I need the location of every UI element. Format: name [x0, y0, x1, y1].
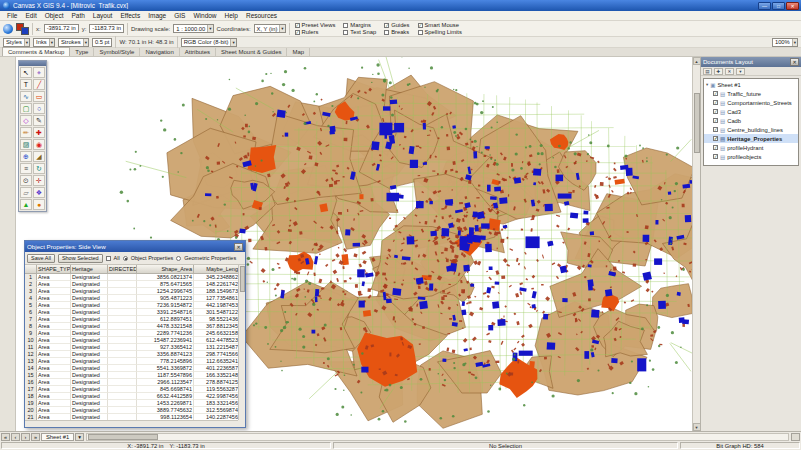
table-row[interactable]: 20AreaDesignated3889.7745632312.5569874	[25, 407, 238, 414]
color-mode-dropdown[interactable]: RGB Color (8-bit) ▾	[181, 38, 237, 47]
last-sheet-button[interactable]: »	[31, 433, 40, 441]
vertical-scroll-thumb[interactable]	[694, 93, 700, 153]
square-tool[interactable]: ▢	[20, 103, 32, 114]
select-tool[interactable]: ↖	[20, 67, 32, 78]
curve-tool[interactable]: ∿	[20, 91, 32, 102]
table-row[interactable]: 11AreaDesignated927.3365412131.2215487	[25, 344, 238, 351]
toggle-guides[interactable]: ✓Guides	[384, 22, 409, 28]
tab-map[interactable]: Map	[287, 48, 310, 56]
show-selected-button[interactable]: Show Selected	[58, 254, 103, 263]
menu-resources[interactable]: Resources	[242, 11, 281, 20]
tree-root[interactable]: ▾▣Sheet #1	[704, 80, 798, 89]
menu-object[interactable]: Object	[41, 11, 68, 20]
lasso-tool[interactable]: ⌖	[33, 67, 45, 78]
layer-cad3[interactable]: ✓▤Cad3	[704, 107, 798, 116]
x-coordinate-field[interactable]: -3891.72 in	[44, 24, 79, 33]
layer-checkbox[interactable]: ✓	[713, 145, 718, 150]
pen-tool[interactable]: ✎	[33, 115, 45, 126]
layer-checkbox[interactable]: ✓	[713, 109, 718, 114]
table-row[interactable]: 18AreaDesignated6632.4412589422.9987456	[25, 393, 238, 400]
toggle-smart-mouse[interactable]: ✓Smart Mouse	[418, 22, 462, 28]
y-coordinate-field[interactable]: -1183.73 in	[89, 24, 124, 33]
column-header-maybe-leng[interactable]: Maybe_Leng	[194, 265, 238, 274]
table-row[interactable]: 10AreaDesignated15487.2236941612.4478523	[25, 337, 238, 344]
styles-dropdown[interactable]: Styles ▾	[3, 38, 30, 47]
polygon-tool[interactable]: ◇	[20, 115, 32, 126]
rectangle-tool[interactable]: ▭	[33, 91, 45, 102]
layer-checkbox[interactable]: ✓	[713, 91, 718, 96]
inks-dropdown[interactable]: Inks ▾	[33, 38, 55, 47]
layer-checkbox[interactable]: ✓	[713, 118, 718, 123]
rotate-tool[interactable]: ↻	[33, 163, 45, 174]
op-vertical-scrollbar[interactable]	[238, 265, 245, 420]
tab-sheet-mount-guides[interactable]: Sheet Mount & Guides	[216, 48, 287, 56]
table-row[interactable]: 12AreaDesignated3356.8874123298.7741566	[25, 351, 238, 358]
first-sheet-button[interactable]: «	[1, 433, 10, 441]
dot-tool[interactable]: ●	[33, 199, 45, 210]
map-canvas[interactable]: ▲ ▼ ↖⌖T╱∿▭▢○◇✎✏✚▨◉⊕◢≡↻⊙✛▱❖▲● Object Prop…	[16, 57, 700, 431]
maximize-button[interactable]: □	[772, 2, 785, 10]
pencil-tool[interactable]: ✏	[20, 127, 32, 138]
zoom-dropdown[interactable]: 100% ▾	[772, 38, 798, 47]
table-row[interactable]: 5AreaDesignated7236.9154872442.1987453	[25, 302, 238, 309]
scroll-down-icon[interactable]: ▼	[693, 423, 701, 431]
tab-attributes[interactable]: Attributes	[180, 48, 216, 56]
toggle-margins[interactable]: Margins	[343, 22, 376, 28]
horizontal-scroll-thumb[interactable]	[88, 434, 158, 440]
toggle-preset-views[interactable]: ✓Preset Views	[295, 22, 336, 28]
table-row[interactable]: 19AreaDesignated1453.2269871183.3321456	[25, 400, 238, 407]
close-button[interactable]: ✕	[786, 2, 799, 10]
object-properties-close-icon[interactable]: ✕	[234, 243, 243, 251]
layer-options-icon[interactable]: ▾	[736, 68, 745, 75]
layer-centre-building-lines[interactable]: ✓▤Centre_building_lines	[704, 125, 798, 134]
add-layer-icon[interactable]: ✚	[714, 68, 723, 75]
table-row[interactable]: 15AreaDesignated1187.5547896166.3352148	[25, 372, 238, 379]
column-header-shape-area[interactable]: Shape_Area	[137, 265, 194, 274]
table-row[interactable]: 7AreaDesignated612.889745198.5521436	[25, 316, 238, 323]
pen-width-field[interactable]: 0.5 pt	[92, 38, 113, 47]
menu-effects[interactable]: Effects	[116, 11, 144, 20]
list-tool[interactable]: ≡	[20, 163, 32, 174]
tab-navigation[interactable]: Navigation	[140, 48, 179, 56]
table-row[interactable]: 6AreaDesignated3391.2548716301.5487122	[25, 309, 238, 316]
column-header-directed[interactable]: DIRECTED	[108, 265, 137, 274]
fill-color-well[interactable]	[21, 27, 29, 35]
toggle-breaks[interactable]: Breaks	[384, 29, 409, 35]
prev-sheet-button[interactable]: ‹	[11, 433, 20, 441]
all-checkbox[interactable]	[106, 256, 111, 261]
delete-layer-icon[interactable]: ✕	[725, 68, 734, 75]
object-properties-radio[interactable]	[123, 256, 128, 261]
layer-cadb[interactable]: ✓▤Cadb	[704, 116, 798, 125]
layer-heritage-properties[interactable]: ✓▤Heritage_Properties	[704, 134, 798, 143]
sheet-menu-arrow-icon[interactable]: ▾	[75, 433, 84, 441]
marker-tool[interactable]: ▲	[20, 199, 32, 210]
layer-checkbox[interactable]: ✓	[713, 127, 718, 132]
scroll-up-icon[interactable]: ▲	[693, 57, 701, 65]
layer-checkbox[interactable]: ✓	[713, 136, 718, 141]
toggle-text-snap[interactable]: Text Snap	[343, 29, 376, 35]
toggle-rulers[interactable]: ✓Rulers	[295, 29, 336, 35]
tab-symbol-style[interactable]: Symbol/Style	[94, 48, 140, 56]
cross-tool[interactable]: ✚	[33, 127, 45, 138]
minimize-button[interactable]: —	[758, 2, 771, 10]
table-row[interactable]: 1AreaDesignated3856.0821374345.2348862	[25, 274, 238, 281]
tab-comments-markup[interactable]: Comments & Markup	[2, 47, 70, 56]
menu-gis[interactable]: GIS	[170, 11, 189, 20]
object-properties-titlebar[interactable]: Object Properties: Side View ✕	[25, 241, 245, 252]
table-row[interactable]: 4AreaDesignated905.4871223127.7354861	[25, 295, 238, 302]
layer-profileobjects[interactable]: ✓▤profileobjects	[704, 152, 798, 161]
op-horizontal-scrollbar[interactable]	[25, 420, 238, 427]
table-row[interactable]: 16AreaDesignated2966.1123547278.8874125	[25, 379, 238, 386]
layer-checkbox[interactable]: ✓	[713, 100, 718, 105]
new-sheet-icon[interactable]: ▤	[703, 68, 712, 75]
menu-path[interactable]: Path	[67, 11, 88, 20]
menu-layout[interactable]: Layout	[89, 11, 117, 20]
wedge-tool[interactable]: ◢	[33, 151, 45, 162]
horizontal-scrollbar[interactable]	[86, 433, 789, 441]
line-tool[interactable]: ╱	[33, 79, 45, 90]
symbol-tool[interactable]: ❖	[33, 187, 45, 198]
toggle-spelling-limits[interactable]: Spelling Limits	[418, 29, 462, 35]
ellipse-tool[interactable]: ○	[33, 103, 45, 114]
geometric-properties-radio[interactable]	[176, 256, 181, 261]
table-row[interactable]: 13AreaDesignated778.2145896112.6635241	[25, 358, 238, 365]
